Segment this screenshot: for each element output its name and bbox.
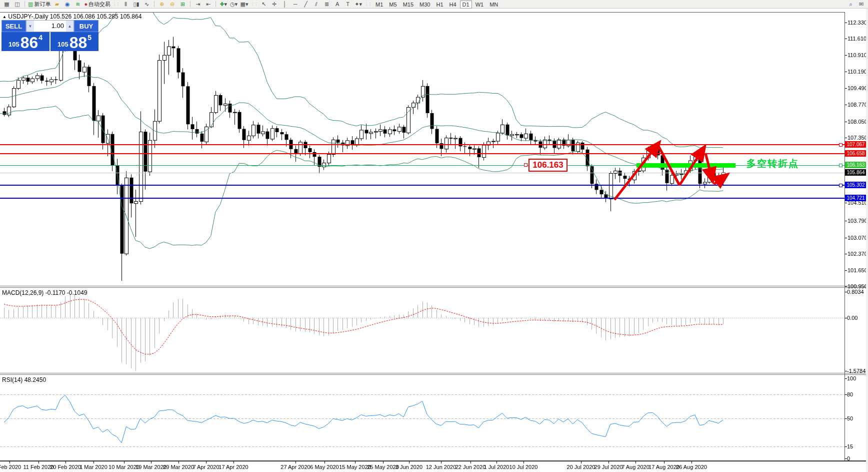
macd-axis-label: -1.5784 bbox=[847, 368, 866, 374]
one-click-toggle-icon[interactable]: ▲ bbox=[2, 15, 6, 19]
arrows-button[interactable]: ✦▾ bbox=[353, 1, 364, 8]
toolbar: ▦ ◫ ▥ 新订单 ▰ ◉ ≋ ● 自动交易 ⋮⋮ ⫴ ▯▮ ∿ ⊕ ⊖ ⊞ ⇥… bbox=[0, 0, 868, 9]
pivot-line-106163-handle[interactable] bbox=[839, 164, 842, 167]
tile-windows-button[interactable]: ⊞ bbox=[178, 1, 188, 8]
chart-shift-icon: ⇤ bbox=[206, 1, 210, 8]
macd-axis-label: 0.00 bbox=[847, 315, 858, 321]
support-line-104721[interactable] bbox=[0, 198, 844, 199]
chat-icon: ✉ bbox=[859, 1, 864, 8]
new-chart-button[interactable]: ▦ bbox=[2, 1, 12, 8]
timeframe-MN[interactable]: MN bbox=[487, 1, 500, 8]
candlestick-button[interactable]: ▯▮ bbox=[131, 1, 142, 8]
callout-anchor-handle[interactable] bbox=[524, 163, 528, 167]
pivot-zone-bar[interactable] bbox=[636, 163, 736, 168]
navigator-button[interactable]: ◉ bbox=[62, 1, 72, 8]
price-callout[interactable]: 106.163 bbox=[528, 159, 568, 172]
timeframe-D1[interactable]: D1 bbox=[460, 1, 472, 9]
fibonacci-button[interactable]: ≣ bbox=[322, 1, 332, 8]
volume-up-button[interactable]: ▲ bbox=[66, 21, 74, 32]
rsi-axis-label: 50 bbox=[847, 415, 853, 421]
price-axis-label: 108.050 bbox=[848, 119, 868, 125]
profiles-button[interactable]: ◫ bbox=[12, 1, 22, 8]
support-line-105302[interactable] bbox=[0, 185, 844, 186]
line-chart-button[interactable]: ∿ bbox=[142, 1, 152, 8]
zoom-in-button[interactable]: ⊕ bbox=[156, 1, 167, 8]
rsi-label: RSI(14) bbox=[2, 376, 22, 383]
price-tag-104.721: 104.721 bbox=[845, 195, 866, 201]
date-axis-label: 7 Apr 2020 bbox=[192, 464, 219, 470]
search-button[interactable]: ⌕ bbox=[846, 1, 856, 8]
indicators-button[interactable]: ✚▾ bbox=[218, 1, 228, 8]
date-axis-label: 7 Aug 2020 bbox=[622, 464, 650, 470]
timeframe-M15[interactable]: M15 bbox=[400, 1, 416, 8]
dropdown-icon: ▾ bbox=[246, 1, 248, 8]
timeframe-H1[interactable]: H1 bbox=[434, 1, 446, 8]
macd-pane-label: MACD(12,26,9) -0.1170 -0.1049 bbox=[2, 289, 88, 296]
separator bbox=[216, 1, 216, 7]
profiles-icon: ◫ bbox=[14, 1, 20, 8]
zoom-in-icon: ⊕ bbox=[160, 1, 164, 8]
signals-button[interactable]: ≋ bbox=[72, 1, 83, 8]
pane-separator[interactable] bbox=[0, 374, 868, 375]
pivot-annotation-text[interactable]: 多空转折点 bbox=[746, 157, 799, 170]
templates-button[interactable]: ▦▾ bbox=[239, 1, 250, 8]
chart-shift-button[interactable]: ⇤ bbox=[203, 1, 214, 8]
zoom-out-button[interactable]: ⊖ bbox=[167, 1, 178, 8]
hline-icon: ─ bbox=[294, 1, 298, 7]
chart-canvas[interactable] bbox=[0, 0, 868, 472]
buy-price[interactable]: 105 88 5 bbox=[50, 32, 98, 51]
timeframe-W1[interactable]: W1 bbox=[473, 1, 486, 8]
date-axis-label: 10 Mar 2020 bbox=[108, 464, 140, 470]
support-line-105302-handle[interactable] bbox=[839, 184, 842, 187]
rsi-axis-label: 80 bbox=[847, 391, 853, 397]
timeframe-M30[interactable]: M30 bbox=[417, 1, 432, 8]
current-price-line[interactable] bbox=[0, 173, 844, 173]
market-watch-icon: ▰ bbox=[55, 1, 59, 8]
timeframe-H4[interactable]: H4 bbox=[447, 1, 459, 8]
horizontal-line-button[interactable]: ─ bbox=[290, 1, 300, 8]
resistance-line-107067-handle[interactable] bbox=[839, 143, 842, 147]
autotrade-button[interactable]: ● 自动交易 bbox=[83, 1, 112, 8]
chart-title: ▲ USDJPY-,Daily 105.526 106.086 105.285 … bbox=[2, 13, 142, 20]
symbol-period-label: USDJPY-,Daily bbox=[8, 13, 48, 20]
chat-button[interactable]: ✉ bbox=[856, 1, 866, 8]
pane-separator[interactable] bbox=[0, 373, 868, 373]
sell-price[interactable]: 105 86 4 bbox=[2, 32, 50, 51]
signals-icon: ≋ bbox=[76, 1, 80, 8]
macd-values: -0.1170 -0.1049 bbox=[46, 289, 88, 296]
resistance-line-106658[interactable] bbox=[0, 153, 844, 154]
periods-button[interactable]: ◷▾ bbox=[228, 1, 239, 8]
price-axis-label: 107.350 bbox=[848, 135, 868, 141]
market-watch-button[interactable]: ▰ bbox=[52, 1, 62, 8]
timeframe-M5[interactable]: M5 bbox=[386, 1, 399, 8]
volume-input[interactable]: 1.00 bbox=[34, 21, 66, 32]
date-axis-label: 25 May 2020 bbox=[367, 464, 399, 470]
volume-down-button[interactable]: ▼ bbox=[26, 21, 34, 32]
resistance-line-107067[interactable] bbox=[0, 144, 844, 145]
date-axis-label: 17 Apr 2020 bbox=[218, 464, 248, 470]
bar-chart-button[interactable]: ⫴ bbox=[120, 1, 131, 8]
rsi-value: 48.2450 bbox=[24, 376, 46, 383]
new-order-icon: ▥ bbox=[28, 1, 33, 8]
sell-button[interactable]: SELL bbox=[2, 20, 26, 32]
buy-button[interactable]: BUY bbox=[74, 20, 98, 32]
pane-separator[interactable] bbox=[0, 286, 868, 286]
channel-button[interactable]: ⫽ bbox=[311, 1, 322, 8]
price-tag-106.163: 106.163 bbox=[845, 162, 866, 168]
pane-separator[interactable] bbox=[0, 287, 868, 288]
price-tag-107.067: 107.067 bbox=[845, 141, 866, 148]
new-order-button[interactable]: ▥ 新订单 bbox=[27, 1, 52, 8]
date-axis-label: 1 Jul 2020 bbox=[484, 464, 510, 470]
crosshair-button[interactable]: ✛ bbox=[269, 1, 280, 8]
text-button[interactable]: A bbox=[332, 1, 342, 8]
timeframe-M1[interactable]: M1 bbox=[373, 1, 386, 8]
trendline-button[interactable]: ╱ bbox=[300, 1, 311, 8]
price-axis-label: 103.790 bbox=[848, 218, 868, 224]
text-label-button[interactable]: T bbox=[342, 1, 353, 8]
volume-control: ▼ 1.00 ▲ bbox=[26, 20, 74, 32]
vertical-line-button[interactable]: │ bbox=[280, 1, 290, 8]
trendline-icon: ╱ bbox=[304, 1, 308, 8]
cursor-button[interactable]: ↖ bbox=[258, 1, 269, 8]
date-axis-label: 10 Jul 2020 bbox=[510, 464, 538, 470]
auto-scroll-button[interactable]: ⇥ bbox=[192, 1, 203, 8]
